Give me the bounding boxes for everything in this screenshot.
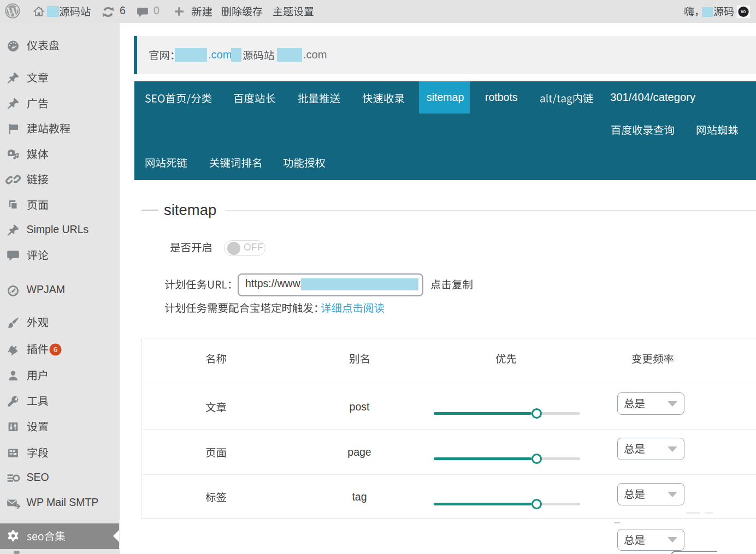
svg-text:I/O: I/O <box>741 10 746 14</box>
svg-text:6: 6 <box>54 345 57 354</box>
